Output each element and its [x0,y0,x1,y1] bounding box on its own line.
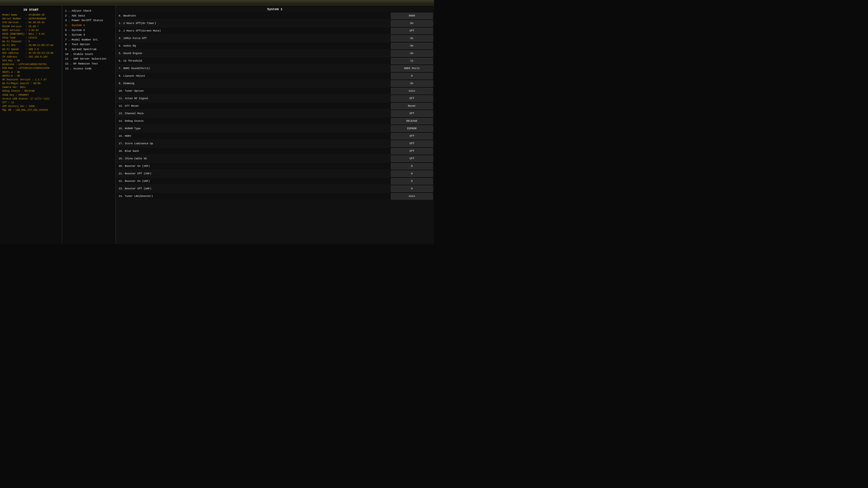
info-value: : 192.168.0.102 [26,55,48,59]
system-table: 0. Baudrate96001. 2 Hours Off(On Timer)O… [116,12,434,200]
row-value: Off [391,28,433,34]
row-label: 4. Audio EQ [116,44,391,48]
row-value: 0 [391,178,433,185]
menu-item-11[interactable]: 11 . SDP Server Selection [65,57,113,62]
row-value: Off [391,140,433,147]
row-value: 0 [391,170,433,177]
row-value: HDMI Port1 [391,65,433,72]
system-row-12[interactable]: 12. UTT ResetReset [116,102,434,110]
row-label: 22. Booster On (UHF) [116,179,391,183]
row-label: 23. Booster Off (UHF) [116,187,391,191]
row-value: 11 [391,58,433,64]
menu-item-6[interactable]: 6 . System 3 [65,33,113,38]
row-value: 0 [391,73,433,79]
row-value: 0 [391,163,433,169]
system-row-8[interactable]: 8. Lipsync Adjust0 [116,72,434,80]
system-row-19[interactable]: 19. China Cable SOOff [116,155,434,162]
info-plain-row: SFU Key : OK [2,59,60,63]
row-label: 21. Booster Off (VHF) [116,172,391,176]
row-value: Reset [391,103,433,109]
info-row: BOOT Version: 3.04.02 [2,29,60,32]
row-value: RELEASE [391,118,433,124]
system-row-24[interactable]: 24. Tuner LNA(booster)Auto [116,193,434,200]
menu-item-5[interactable]: 5 . System 2 [65,28,113,33]
info-value: : 407RAYB2N690 [26,17,46,21]
system-row-13[interactable]: 13. Channel MuteOff [116,110,434,118]
middle-panel: 1 . Adjust Check2 . ADC Data3 . Power On… [62,5,116,244]
info-label: Wi-Fi Speed [2,48,26,52]
menu-item-1[interactable]: 1 . Adjust Check [65,9,113,13]
menu-item-3[interactable]: 3 . Power On/Off Status [65,18,113,23]
content-area: IN START Model Name: 47LB650V-ZESerial N… [0,5,434,244]
row-value: Auto [391,88,433,94]
row-value: On [391,35,433,42]
system-row-22[interactable]: 22. Booster On (UHF)0 [116,177,434,185]
info-label: EDID (RGB/HDMI) [2,32,26,36]
row-label: 16. HDEV [116,134,391,138]
info-value: : 3C:CD:93:23:24:EE [26,52,54,55]
system-row-16[interactable]: 16. HDEVOff [116,132,434,140]
row-value: On [391,43,433,49]
row-value: Auto [391,193,433,199]
system-row-21[interactable]: 21. Booster Off (VHF)0 [116,170,434,177]
menu-item-12[interactable]: 12 . RF Remocon Test [65,62,113,66]
row-value: On [391,50,433,57]
info-plain-row: Camera Ver. NULL [2,86,60,89]
system-row-20[interactable]: 20. Booster On (VHF)0 [116,162,434,170]
info-row: MAC Address: 3C:CD:93:23:24:EE [2,52,60,55]
info-value: : 5 [26,40,30,44]
info-plain-row: Widevine : LGTV14CLGE001783781 [2,63,60,66]
row-value: Off [391,133,433,139]
menu-item-7[interactable]: 7 . Model Number D/L [65,38,113,42]
info-plain-row: HDCP1.4 : OK [2,70,60,74]
info-plain-row: UTT : 11 [2,101,60,105]
system-row-17[interactable]: 17. Store Luminance UpOff [116,140,434,148]
menu-item-10[interactable]: 10 . Stable Count [65,52,113,57]
info-row: Wi-Fi Channel: 5 [2,40,60,44]
info-label: Chip Type [2,36,26,40]
row-label: 9. Dimming [116,82,391,86]
row-label: 7. HDMI Sound(Port1) [116,66,391,70]
info-label: Wi-Fi Channel [2,40,26,44]
system-row-9[interactable]: 9. DimmingOn [116,80,434,87]
menu-item-8[interactable]: 8 . Test Option [65,42,113,47]
info-plain-row: APP History Ver.: 3209 [2,105,60,108]
system-row-3[interactable]: 3. 15Min Force OffOn [116,35,434,42]
info-row: MICOM Version: V3.00.7 [2,25,60,29]
info-row: EDID (RGB/HDMI): NULL / 0.02 [2,32,60,36]
row-value: Off [391,95,433,102]
info-row: IP Address: 192.168.0.102 [2,55,60,59]
system-row-5[interactable]: 5. Sound EngineOn [116,50,434,57]
info-label: Wi-Fi MAC [2,44,26,47]
menu-item-9[interactable]: 9 . Spread Spectrum [65,47,113,52]
info-value: : 04.30.09.01 [26,21,44,25]
row-label: 0. Baudrate [116,14,391,18]
system-row-23[interactable]: 23. Booster Off (UHF)0 [116,185,434,193]
info-value: : NULL / 0.02 [26,32,44,36]
left-plain-rows: SFU Key : OKWidevine : LGTV14CLGE0017837… [2,59,60,112]
row-value: Off [391,156,433,162]
system-row-10[interactable]: 10. Tuner OptionAuto [116,87,434,95]
system-row-7[interactable]: 7. HDMI Sound(Port1)HDMI Port1 [116,65,434,72]
system-row-15[interactable]: 15. NVRAM TypeEEPROM [116,125,434,132]
system-row-18[interactable]: 18. Blue backOff [116,148,434,155]
system-row-6[interactable]: 6. A2 Threshold11 [116,57,434,65]
system-row-4[interactable]: 4. Audio EQOn [116,42,434,50]
menu-item-2[interactable]: 2 . ADC Data [65,13,113,19]
info-plain-row: ESN Num. : LGTV20142=21003211026 [2,66,60,70]
info-plain-row: RF Receiver Version : 1.2.7.57 [2,78,60,82]
info-label: S/W Version [2,21,26,25]
menu-item-13[interactable]: 13 . Access Code [65,66,113,71]
system-row-14[interactable]: 14. Debug StatusRELEASE [116,118,434,125]
info-row: S/W Version: 04.30.09.01 [2,21,60,25]
row-label: 19. China Cable SO [116,157,391,161]
system-row-2[interactable]: 2. 2 Hours Off(Screen Mute)Off [116,27,434,35]
row-label: 2. 2 Hours Off(Screen Mute) [116,29,391,33]
menu-item-4[interactable]: 4 . System 1 [65,23,113,28]
system-row-11[interactable]: 11. Atten RF SignalOff [116,95,434,102]
system-row-1[interactable]: 1. 2 Hours Off(On Timer)On [116,20,434,27]
row-label: 3. 15Min Force Off [116,36,391,40]
info-label: Serial Number [2,17,26,21]
system-row-0[interactable]: 0. Baudrate9600 [116,12,434,20]
row-label: 11. Atten RF Signal [116,97,391,101]
